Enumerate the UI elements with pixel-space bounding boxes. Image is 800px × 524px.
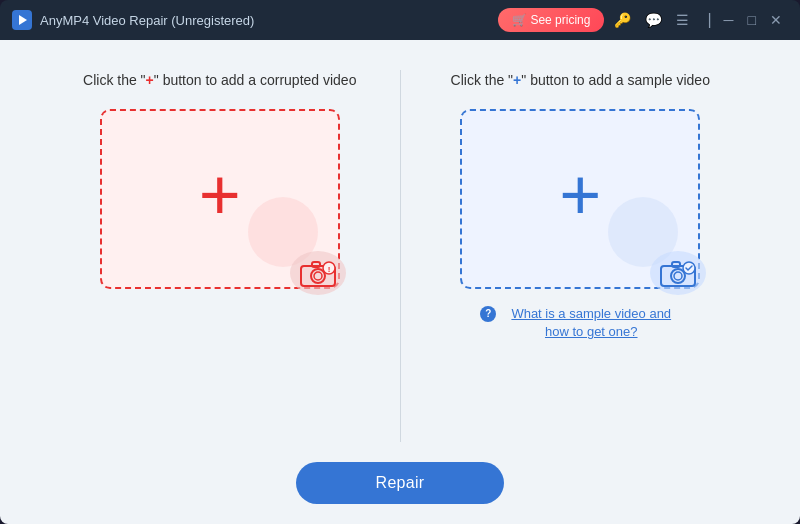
panels-row: Click the "+" button to add a corrupted … — [40, 70, 760, 442]
menu-icon[interactable]: ☰ — [672, 10, 693, 30]
app-title: AnyMP4 Video Repair (Unregistered) — [40, 13, 498, 28]
sample-instruction-suffix: " button to add a sample video — [521, 72, 710, 88]
svg-text:!: ! — [327, 265, 330, 274]
sample-link-text: What is a sample video and how to get on… — [502, 305, 680, 341]
window-controls: | ─ □ ✕ — [703, 11, 788, 29]
svg-point-10 — [674, 272, 682, 280]
sample-add-icon: + — [559, 158, 601, 230]
corrupted-camera-icon-container: ! — [290, 251, 346, 295]
repair-button[interactable]: Repair — [296, 462, 505, 504]
corrupted-instruction-suffix: " button to add a corrupted video — [154, 72, 357, 88]
svg-point-3 — [311, 269, 325, 283]
chat-icon[interactable]: 💬 — [641, 10, 666, 30]
sample-camera-icon — [659, 258, 697, 288]
key-icon[interactable]: 🔑 — [610, 10, 635, 30]
help-icon: ? — [480, 306, 496, 322]
svg-point-4 — [314, 272, 322, 280]
sample-upload-area[interactable]: + — [460, 109, 700, 289]
sample-video-help-link[interactable]: ? What is a sample video and how to get … — [480, 305, 680, 341]
corrupted-panel-instruction: Click the "+" button to add a corrupted … — [83, 70, 356, 91]
title-bar: AnyMP4 Video Repair (Unregistered) 🛒 See… — [0, 0, 800, 40]
corrupted-plus-highlight: + — [146, 72, 154, 88]
sample-camera-bg — [650, 251, 706, 295]
corrupted-instruction-prefix: Click the " — [83, 72, 146, 88]
main-content: Click the "+" button to add a corrupted … — [0, 40, 800, 524]
corrupted-upload-area[interactable]: + — [100, 109, 340, 289]
corrupted-video-panel: Click the "+" button to add a corrupted … — [40, 70, 400, 442]
close-button[interactable]: ✕ — [764, 11, 788, 29]
minimize-button[interactable]: ─ — [718, 11, 740, 29]
corrupted-add-icon: + — [199, 158, 241, 230]
title-bar-actions: 🛒 See pricing 🔑 💬 ☰ | ─ □ ✕ — [498, 8, 788, 32]
svg-rect-11 — [672, 262, 680, 267]
sample-panel-instruction: Click the "+" button to add a sample vid… — [451, 70, 710, 91]
svg-rect-5 — [312, 262, 320, 267]
app-window: AnyMP4 Video Repair (Unregistered) 🛒 See… — [0, 0, 800, 524]
corrupted-camera-icon: ! — [299, 258, 337, 288]
sample-video-panel: Click the "+" button to add a sample vid… — [401, 70, 761, 442]
corrupted-camera-bg: ! — [290, 251, 346, 295]
maximize-button[interactable]: □ — [742, 11, 762, 29]
svg-point-9 — [671, 269, 685, 283]
repair-section: Repair — [296, 462, 505, 504]
see-pricing-button[interactable]: 🛒 See pricing — [498, 8, 604, 32]
sample-camera-icon-container — [650, 251, 706, 295]
app-logo-icon — [12, 10, 32, 30]
sample-instruction-prefix: Click the " — [451, 72, 514, 88]
